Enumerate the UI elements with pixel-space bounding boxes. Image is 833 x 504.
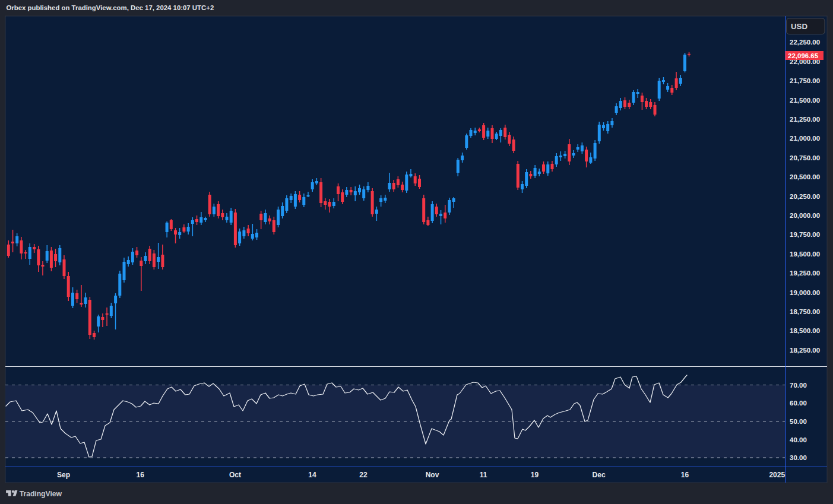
svg-text:30.00: 30.00 — [790, 454, 807, 461]
svg-text:16: 16 — [137, 471, 145, 479]
svg-text:19: 19 — [531, 471, 539, 479]
svg-text:19,500.00: 19,500.00 — [790, 251, 820, 258]
svg-text:Nov: Nov — [426, 471, 439, 479]
svg-text:20,750.00: 20,750.00 — [790, 154, 820, 161]
svg-text:USD: USD — [791, 22, 807, 31]
svg-text:18,750.00: 18,750.00 — [790, 308, 820, 315]
svg-text:21,000.00: 21,000.00 — [790, 135, 820, 142]
svg-text:Dec: Dec — [593, 471, 606, 479]
svg-text:19,000.00: 19,000.00 — [790, 289, 820, 296]
svg-text:14: 14 — [308, 471, 316, 479]
svg-text:Sep: Sep — [57, 471, 70, 479]
svg-text:16: 16 — [681, 471, 689, 479]
svg-text:20,000.00: 20,000.00 — [790, 212, 820, 219]
svg-text:11: 11 — [480, 471, 487, 479]
svg-text:50.00: 50.00 — [790, 418, 807, 425]
svg-text:18,500.00: 18,500.00 — [790, 327, 820, 334]
svg-text:22,250.00: 22,250.00 — [790, 39, 820, 46]
svg-text:Oct: Oct — [229, 471, 241, 479]
svg-text:18,250.00: 18,250.00 — [790, 347, 820, 354]
svg-text:70.00: 70.00 — [790, 382, 807, 389]
svg-text:20,250.00: 20,250.00 — [790, 193, 820, 200]
svg-text:22,096.65: 22,096.65 — [788, 52, 819, 59]
svg-text:22: 22 — [359, 471, 368, 479]
svg-text:19,250.00: 19,250.00 — [790, 270, 820, 277]
svg-text:21,750.00: 21,750.00 — [790, 77, 820, 84]
svg-text:20,500.00: 20,500.00 — [790, 173, 820, 180]
svg-text:60.00: 60.00 — [790, 400, 807, 407]
svg-text:19,750.00: 19,750.00 — [790, 231, 820, 238]
svg-text:21,250.00: 21,250.00 — [790, 116, 820, 123]
svg-text:2025: 2025 — [769, 471, 785, 479]
svg-text:TradingView: TradingView — [20, 490, 62, 498]
svg-text:40.00: 40.00 — [790, 436, 807, 443]
svg-text:21,500.00: 21,500.00 — [790, 97, 820, 104]
svg-text:Orbex published on TradingView: Orbex published on TradingView.com, Dec … — [7, 4, 214, 11]
